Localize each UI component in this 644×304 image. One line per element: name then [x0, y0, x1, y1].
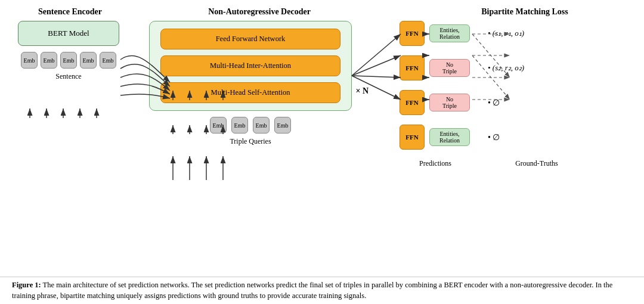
bipartite-row-1: FFN Entities,Relation • (s₁, r₁, o₁): [400, 21, 626, 46]
inter-attention-block: Multi-Head Inter-Attention: [160, 55, 340, 76]
svg-line-21: [352, 76, 401, 77]
pred-box-2: NoTriple: [429, 59, 470, 77]
pred-box-1: Entities,Relation: [429, 24, 470, 42]
bipartite-row-4: FFN Entities,Relation • ∅: [400, 125, 626, 150]
ffn-block: Feed Forward Network: [160, 29, 340, 49]
encoder-emb-row: Emb Emb Emb Emb Emb: [18, 52, 119, 69]
emb-box-1: Emb: [21, 52, 38, 69]
caption-bold: Figure 1:: [12, 281, 41, 289]
decoder-emb-row: Emb Emb Emb Emb: [149, 117, 352, 134]
decoder-outer-box: Feed Forward Network Multi-Head Inter-At…: [149, 21, 352, 111]
gt-label-2: • (s₂, r₂, o₂): [488, 63, 524, 73]
ffn-box-2: FFN: [400, 55, 425, 80]
ffn-box-4: FFN: [400, 125, 425, 150]
caption-text: The main architecture of set prediction …: [12, 281, 612, 300]
inter-attention-label: Multi-Head Inter-Attention: [210, 61, 291, 70]
dec-emb-3: Emb: [253, 117, 270, 134]
ffn-label: Feed Forward Network: [216, 35, 286, 43]
dec-emb-2: Emb: [231, 117, 248, 134]
emb-box-4: Emb: [80, 52, 97, 69]
gt-label-1: • (s₁, r₁, o₁): [488, 29, 524, 38]
ffn-box-1: FFN: [400, 21, 425, 46]
pred-box-4: Entities,Relation: [429, 128, 470, 146]
sentence-label: Sentence: [18, 72, 119, 81]
bert-label: BERT Model: [48, 29, 89, 38]
bipartite-labels: Predictions Ground-Truths: [400, 159, 626, 168]
bert-model-box: BERT Model: [18, 21, 119, 46]
bipartite-section: FFN Entities,Relation • (s₁, r₁, o₁) FFN…: [400, 21, 626, 168]
self-attention-label: Multi-Head Self-Attention: [211, 88, 290, 97]
caption: Figure 1: The main architecture of set p…: [0, 277, 644, 305]
sentence-encoder: BERT Model Emb Emb Emb Emb Emb Sentence: [18, 21, 119, 81]
self-attention-block: Multi-Head Self-Attention: [160, 82, 340, 103]
ground-truths-label: Ground-Truths: [501, 159, 572, 168]
emb-box-2: Emb: [41, 52, 57, 69]
decoder-section: Feed Forward Network Multi-Head Inter-At…: [149, 21, 352, 146]
svg-line-20: [352, 55, 401, 76]
multiply-n: × N: [355, 86, 369, 96]
decoder-title: Non-Autoregressive Decoder: [149, 6, 370, 17]
gt-label-3: • ∅: [488, 98, 500, 108]
encoder-title: Sentence Encoder: [12, 6, 128, 17]
dec-emb-1: Emb: [210, 117, 227, 134]
dec-emb-4: Emb: [274, 117, 291, 134]
predictions-label: Predictions: [400, 159, 471, 168]
ffn-box-3: FFN: [400, 90, 425, 115]
triple-queries-label: Triple Queries: [149, 137, 352, 146]
bipartite-row-2: FFN NoTriple • (s₂, r₂, o₂): [400, 55, 626, 80]
pred-box-3: NoTriple: [429, 94, 470, 111]
gt-label-4: • ∅: [488, 132, 500, 142]
emb-box-5: Emb: [100, 52, 116, 69]
bipartite-row-3: FFN NoTriple • ∅: [400, 90, 626, 115]
svg-line-19: [352, 34, 401, 76]
emb-box-3: Emb: [60, 52, 77, 69]
bipartite-title: Bipartite Matching Loss: [417, 6, 632, 17]
